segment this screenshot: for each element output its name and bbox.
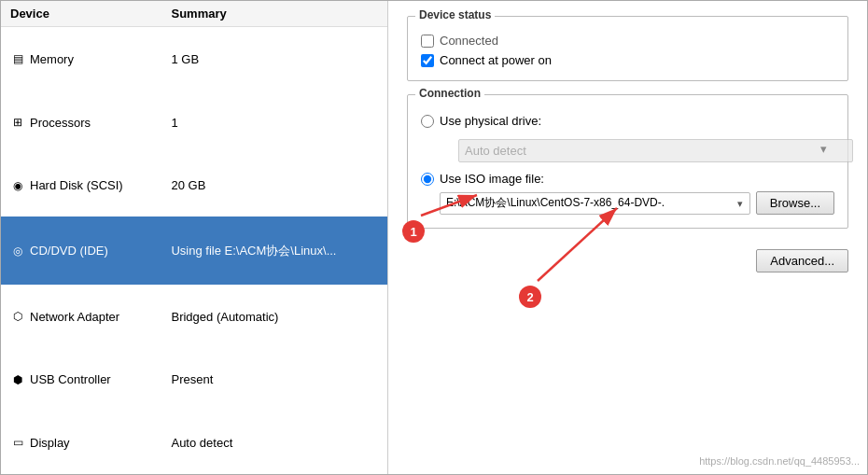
device-row-cd-dvd[interactable]: ◎CD/DVD (IDE)Using file E:\ACM协会\Linux\.… xyxy=(1,217,387,285)
connection-section: Connection Use physical drive: Auto dete… xyxy=(407,94,848,229)
connect-at-power-label: Connect at power on xyxy=(440,53,552,67)
device-name-network: ⬡Network Adapter xyxy=(1,285,161,348)
device-settings-panel: Device status Connected Connect at power… xyxy=(388,1,867,474)
device-row-memory[interactable]: ▤Memory1 GB xyxy=(1,27,387,91)
device-summary-processors: 1 xyxy=(161,91,387,154)
advanced-button[interactable]: Advanced... xyxy=(756,249,848,272)
device-summary-hard-disk: 20 GB xyxy=(161,154,387,217)
device-name-usb: ⬢USB Controller xyxy=(1,348,161,412)
col-device-header: Device xyxy=(1,1,161,27)
virtual-machine-settings-dialog: Device Summary ▤Memory1 GB⊞Processors1◉H… xyxy=(0,0,868,475)
connected-checkbox[interactable] xyxy=(421,35,434,48)
device-summary-memory: 1 GB xyxy=(161,27,387,91)
use-physical-radio[interactable] xyxy=(421,115,434,128)
device-summary-network: Bridged (Automatic) xyxy=(161,285,387,348)
connected-label: Connected xyxy=(440,34,498,48)
device-name-cd-dvd: ◎CD/DVD (IDE) xyxy=(1,217,161,285)
iso-path-input[interactable] xyxy=(440,192,750,215)
network-icon: ⬡Network Adapter xyxy=(10,309,119,324)
device-status-title: Device status xyxy=(415,8,495,21)
display-icon: ▭Display xyxy=(10,435,70,450)
disk-icon: ◉Hard Disk (SCSI) xyxy=(10,178,123,193)
device-summary-usb: Present xyxy=(161,348,387,412)
advanced-btn-row: Advanced... xyxy=(407,249,848,272)
use-iso-label: Use ISO image file: xyxy=(440,172,544,186)
usb-icon: ⬢USB Controller xyxy=(10,372,111,387)
device-row-hard-disk[interactable]: ◉Hard Disk (SCSI)20 GB xyxy=(1,154,387,217)
device-row-processors[interactable]: ⊞Processors1 xyxy=(1,91,387,154)
watermark: https://blog.csdn.net/qq_4485953... xyxy=(699,455,860,467)
use-physical-label: Use physical drive: xyxy=(440,114,541,128)
processor-icon: ⊞Processors xyxy=(10,115,91,130)
device-name-hard-disk: ◉Hard Disk (SCSI) xyxy=(1,154,161,217)
memory-icon: ▤Memory xyxy=(10,51,74,66)
device-row-usb[interactable]: ⬢USB ControllerPresent xyxy=(1,348,387,412)
connect-at-power-checkbox[interactable] xyxy=(421,54,434,67)
device-list-panel: Device Summary ▤Memory1 GB⊞Processors1◉H… xyxy=(1,1,388,474)
device-name-display: ▭Display xyxy=(1,411,161,474)
connection-title: Connection xyxy=(415,87,484,100)
physical-drive-select[interactable]: Auto detect xyxy=(458,139,853,162)
use-iso-radio[interactable] xyxy=(421,173,434,186)
annotation-2: 2 xyxy=(519,286,541,308)
device-row-network[interactable]: ⬡Network AdapterBridged (Automatic) xyxy=(1,285,387,348)
device-summary-display: Auto detect xyxy=(161,411,387,474)
browse-button[interactable]: Browse... xyxy=(756,191,834,215)
device-status-section: Device status Connected Connect at power… xyxy=(407,16,848,81)
device-table: Device Summary ▤Memory1 GB⊞Processors1◉H… xyxy=(1,1,387,474)
col-summary-header: Summary xyxy=(161,1,387,27)
cd-icon: ◎CD/DVD (IDE) xyxy=(10,244,108,258)
device-summary-cd-dvd: Using file E:\ACM协会\Linux\... xyxy=(161,217,387,285)
iso-path-wrapper xyxy=(440,192,750,215)
device-row-display[interactable]: ▭DisplayAuto detect xyxy=(1,411,387,474)
device-name-memory: ▤Memory xyxy=(1,27,161,91)
device-name-processors: ⊞Processors xyxy=(1,91,161,154)
